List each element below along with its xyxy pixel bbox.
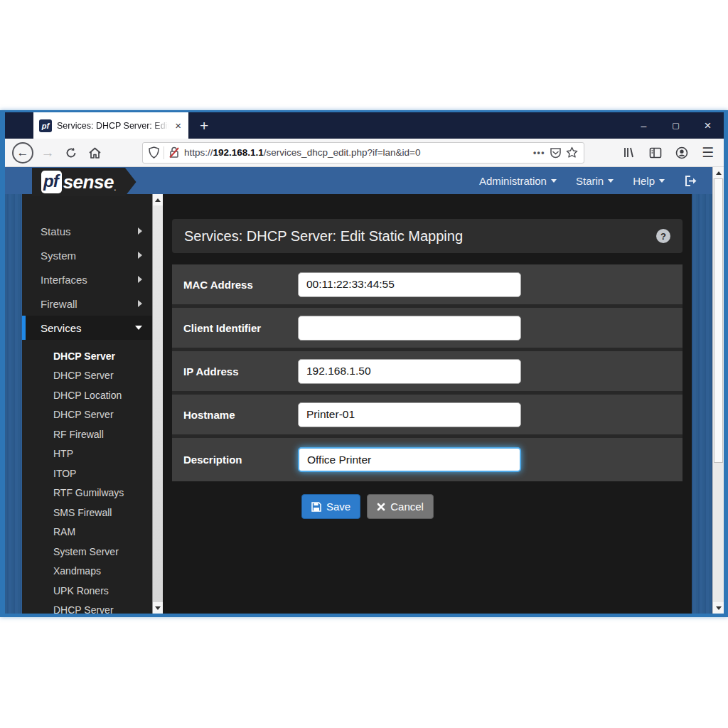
close-button[interactable]: × bbox=[692, 112, 724, 139]
toolbar-right-icons: ☰ bbox=[623, 144, 717, 161]
maximize-button[interactable]: ▢ bbox=[660, 112, 692, 139]
mac-address-field[interactable] bbox=[298, 272, 521, 297]
chevron-right-icon bbox=[138, 276, 142, 283]
scroll-down-icon[interactable] bbox=[153, 602, 163, 614]
sidebar-item-label: Services bbox=[41, 322, 82, 334]
ip-address-label: IP Address bbox=[183, 365, 298, 378]
scroll-up-icon[interactable] bbox=[713, 167, 724, 178]
url-bar[interactable]: https://192.168.1.1/services_dhcp_edit.p… bbox=[142, 142, 584, 164]
refresh-icon[interactable] bbox=[60, 146, 82, 159]
ip-address-field[interactable] bbox=[298, 359, 521, 384]
pfsense-navbar: pf sense . Administration Starin Help bbox=[5, 167, 712, 194]
new-tab-button[interactable]: + bbox=[188, 112, 220, 139]
tab-bar: pf Services: DHCP Server: Edit St × + – … bbox=[5, 112, 724, 139]
static-mapping-form: MAC Address Client Identifier IP Address bbox=[172, 264, 682, 481]
tab-close-icon[interactable]: × bbox=[173, 120, 183, 131]
hostname-field[interactable] bbox=[298, 402, 521, 427]
url-text[interactable]: https://192.168.1.1/services_dhcp_edit.p… bbox=[184, 147, 529, 158]
back-button[interactable]: ← bbox=[12, 142, 33, 164]
submenu-item[interactable]: RF Firewall bbox=[22, 424, 152, 444]
sidebars-icon[interactable] bbox=[649, 147, 662, 159]
home-icon[interactable] bbox=[84, 146, 105, 159]
logout-icon[interactable] bbox=[684, 175, 698, 187]
sidebar-item-interfaces[interactable]: Interfaces bbox=[22, 267, 152, 291]
scrollbar-thumb[interactable] bbox=[714, 178, 723, 463]
pfsense-favicon: pf bbox=[39, 119, 52, 132]
browser-window: pf Services: DHCP Server: Edit St × + – … bbox=[0, 110, 728, 617]
forward-button: → bbox=[37, 145, 58, 161]
browser-toolbar: ← → https://192.168.1.1/services_dhcp_ed… bbox=[5, 139, 724, 167]
cancel-button[interactable]: Cancel bbox=[367, 494, 434, 519]
submenu-item[interactable]: ITOP bbox=[22, 464, 152, 483]
submenu-item[interactable]: HTP bbox=[22, 444, 152, 464]
broken-lock-icon[interactable] bbox=[168, 146, 180, 159]
shield-icon[interactable] bbox=[149, 146, 159, 159]
submenu-item[interactable]: DHCP Location bbox=[22, 385, 152, 405]
chevron-right-icon bbox=[138, 300, 142, 307]
help-icon[interactable]: ? bbox=[656, 229, 670, 243]
client-identifier-label: Client Identifier bbox=[183, 322, 298, 334]
form-row-description: Description bbox=[172, 438, 682, 481]
save-button[interactable]: Save bbox=[301, 494, 360, 519]
page-title-panel: Services: DHCP Server: Edit Static Mappi… bbox=[172, 219, 682, 253]
submenu-item[interactable]: System Server bbox=[22, 542, 152, 562]
nav-help[interactable]: Help bbox=[633, 175, 665, 187]
url-divider bbox=[164, 146, 164, 159]
navbar-menu: Administration Starin Help bbox=[479, 175, 698, 187]
submenu-item[interactable]: DHCP Server bbox=[22, 601, 152, 614]
url-path: /services_dhcp_edit.php?if=lan&id=0 bbox=[264, 147, 421, 158]
submenu-item[interactable]: DHCP Server bbox=[22, 405, 152, 425]
submenu-item[interactable]: UPK Roners bbox=[22, 581, 152, 601]
pfsense-logo[interactable]: pf sense . bbox=[32, 168, 136, 197]
sidebar-item-status[interactable]: Status bbox=[22, 219, 152, 243]
services-submenu: DHCP Server DHCP Server DHCP Location DH… bbox=[22, 346, 152, 614]
client-identifier-field[interactable] bbox=[298, 316, 521, 341]
bookmark-star-icon[interactable] bbox=[566, 146, 578, 159]
sidebar-item-firewall[interactable]: Firewall bbox=[22, 291, 152, 316]
url-domain: 192.168.1.1 bbox=[213, 147, 264, 158]
browser-tab[interactable]: pf Services: DHCP Server: Edit St × bbox=[33, 112, 188, 139]
description-field[interactable] bbox=[298, 447, 521, 472]
minimize-button[interactable]: – bbox=[628, 112, 660, 139]
tabbar-spacer bbox=[5, 112, 33, 139]
chevron-down-icon bbox=[608, 179, 614, 183]
chevron-down-icon bbox=[659, 179, 665, 183]
scroll-down-icon[interactable] bbox=[713, 602, 724, 614]
nav-help-label: Help bbox=[633, 175, 655, 187]
form-row-hostname: Hostname bbox=[172, 395, 682, 438]
library-icon[interactable] bbox=[623, 146, 636, 159]
tab-title: Services: DHCP Server: Edit St bbox=[57, 121, 168, 131]
mac-address-label: MAC Address bbox=[183, 279, 298, 291]
sidebar-item-services[interactable]: Services bbox=[22, 316, 152, 340]
page-title: Services: DHCP Server: Edit Static Mappi… bbox=[184, 228, 463, 245]
submenu-item[interactable]: SMS Firewall bbox=[22, 503, 152, 523]
page-content: Status System Interfaces Firewall bbox=[5, 194, 712, 614]
sidebar-item-label: Status bbox=[41, 225, 71, 237]
menu-icon[interactable]: ☰ bbox=[702, 144, 714, 161]
submenu-item[interactable]: DHCP Server bbox=[22, 346, 152, 366]
hostname-label: Hostname bbox=[183, 409, 298, 421]
chevron-down-icon bbox=[135, 326, 142, 330]
pfsense-page: pf sense . Administration Starin Help bbox=[5, 167, 712, 614]
form-row-mac: MAC Address bbox=[172, 264, 682, 308]
account-icon[interactable] bbox=[675, 146, 688, 159]
submenu-item[interactable]: RAM bbox=[22, 523, 152, 542]
page-scrollbar[interactable] bbox=[712, 167, 724, 614]
page-actions-icon[interactable]: ••• bbox=[533, 148, 545, 158]
submenu-item[interactable]: DHCP Server bbox=[22, 366, 152, 386]
nav-administration[interactable]: Administration bbox=[479, 175, 557, 187]
cancel-x-icon bbox=[377, 503, 385, 511]
pocket-icon[interactable] bbox=[550, 147, 562, 159]
main-content: Services: DHCP Server: Edit Static Mappi… bbox=[163, 194, 692, 614]
submenu-item[interactable]: RTF Gumilways bbox=[22, 483, 152, 503]
window-controls: – ▢ × bbox=[628, 112, 724, 139]
sidebar-scrollbar[interactable] bbox=[152, 194, 163, 614]
scroll-up-icon[interactable] bbox=[153, 194, 163, 205]
window-body: pf sense . Administration Starin Help bbox=[5, 167, 724, 614]
cancel-button-label: Cancel bbox=[390, 500, 424, 513]
nav-user[interactable]: Starin bbox=[576, 175, 614, 187]
sidebar-item-system[interactable]: System bbox=[22, 243, 152, 267]
submenu-item[interactable]: Xandmaps bbox=[22, 562, 152, 582]
save-floppy-icon bbox=[311, 502, 321, 512]
logo-pf-mark: pf bbox=[41, 171, 62, 193]
